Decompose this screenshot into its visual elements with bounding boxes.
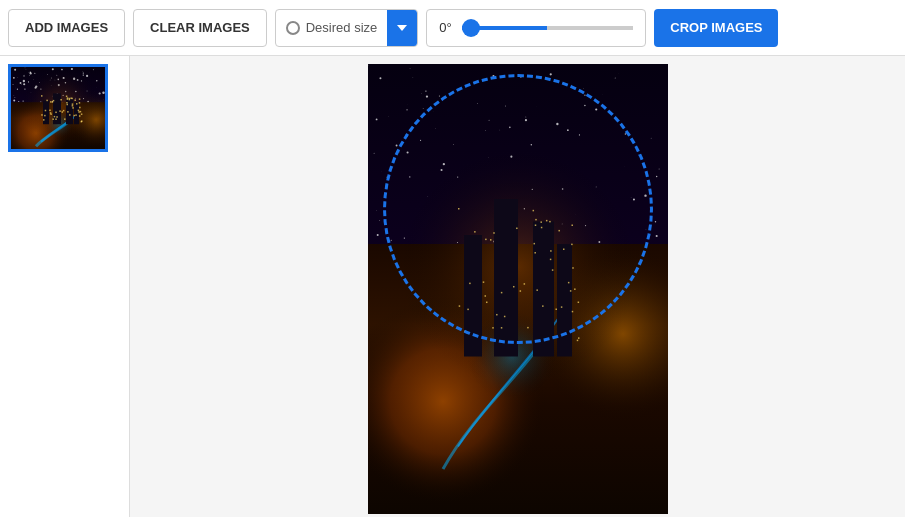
desired-size-dropdown-button[interactable] (387, 9, 417, 47)
thumbnail-item[interactable] (8, 64, 108, 152)
add-images-button[interactable]: ADD IMAGES (8, 9, 125, 47)
rotation-value-label: 0° (439, 20, 451, 35)
main-image-canvas (368, 64, 668, 514)
crop-images-button[interactable]: CROP IMAGES (654, 9, 778, 47)
image-sidebar (0, 56, 130, 517)
main-content (0, 56, 905, 517)
rotation-area: 0° (426, 9, 646, 47)
desired-size-group: Desired size (275, 9, 419, 47)
clear-images-button[interactable]: CLEAR IMAGES (133, 9, 267, 47)
rotation-slider[interactable] (462, 26, 634, 30)
image-container (368, 64, 668, 517)
dropdown-arrow-icon (397, 25, 407, 31)
canvas-area (130, 56, 905, 517)
toolbar: ADD IMAGES CLEAR IMAGES Desired size 0° … (0, 0, 905, 56)
desired-size-selector[interactable]: Desired size (276, 20, 388, 35)
radio-circle-icon (286, 21, 300, 35)
thumbnail-canvas (11, 67, 108, 152)
desired-size-label: Desired size (306, 20, 378, 35)
